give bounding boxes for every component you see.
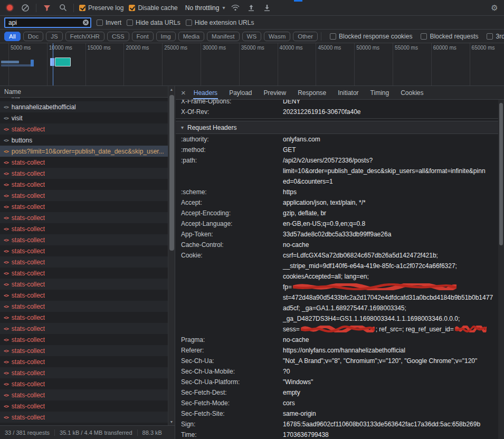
type-filter-media[interactable]: Media — [178, 32, 204, 41]
invert-checkbox[interactable]: Invert — [97, 19, 121, 26]
request-row[interactable]: <>stats-collect — [0, 168, 168, 179]
scroll-down-icon[interactable]: ▼ — [170, 418, 174, 425]
request-row[interactable]: <>stats-collect — [0, 201, 168, 212]
request-row[interactable]: <>stats-collect — [0, 234, 168, 245]
type-filter-all[interactable]: All — [4, 32, 21, 41]
request-name: stats-collect — [12, 314, 45, 321]
disable-cache-checkbox[interactable]: Disable cache — [129, 4, 177, 12]
import-har-button[interactable] — [246, 3, 256, 13]
filter-input[interactable] — [4, 17, 91, 28]
type-filter-other[interactable]: Other — [293, 32, 318, 41]
request-row[interactable]: <>stats-collect — [0, 334, 168, 345]
request-row[interactable]: <>stats-collect — [0, 179, 168, 190]
filter-toggle-button[interactable] — [42, 3, 52, 13]
type-filter-ws[interactable]: WS — [242, 32, 262, 41]
type-filter-fetch-xhr[interactable]: Fetch/XHR — [65, 32, 104, 41]
header-value: https://onlyfans.com/hannahelizabethoffi… — [283, 345, 498, 356]
request-row[interactable]: <>stats-collect — [0, 157, 168, 168]
type-filter-js[interactable]: JS — [46, 32, 62, 41]
settings-button[interactable]: ⚙ — [489, 3, 500, 13]
hide-extension-urls-checkbox[interactable]: Hide extension URLs — [186, 19, 254, 26]
clear-filter-button[interactable] — [82, 19, 89, 26]
header-row: Referer:https://onlyfans.com/hannaheliza… — [176, 345, 498, 356]
tab-headers[interactable]: Headers — [193, 86, 218, 99]
hide-data-urls-checkbox[interactable]: Hide data URLs — [127, 19, 180, 26]
third-party-requests-checkbox[interactable]: 3rd-party requests — [487, 33, 504, 40]
header-value: 16785:5aad9602cf110608b03133de563642fac1… — [283, 419, 498, 430]
scroll-up-icon[interactable]: ▲ — [170, 86, 174, 93]
details-scrollbar[interactable] — [498, 100, 504, 439]
tab-response[interactable]: Response — [297, 86, 327, 99]
tab-timing[interactable]: Timing — [370, 86, 390, 99]
blocked-response-cookies-checkbox[interactable]: Blocked response cookies — [330, 33, 412, 40]
request-row[interactable]: <>stats-collect — [0, 290, 168, 301]
blocked-requests-checkbox[interactable]: Blocked requests — [421, 33, 478, 40]
header-row: Accept-Encoding:gzip, deflate, br — [176, 208, 498, 218]
request-row[interactable]: <>visit — [0, 112, 168, 123]
tab-initiator[interactable]: Initiator — [337, 86, 359, 99]
type-filter-doc[interactable]: Doc — [23, 32, 43, 41]
request-row[interactable]: <>stats-collect — [0, 223, 168, 234]
request-row[interactable]: <>stats-collect — [0, 312, 168, 323]
request-name: stats-collect — [12, 281, 45, 288]
request-row[interactable]: <>stats-collect — [0, 190, 168, 201]
request-row[interactable]: <>stats-collect — [0, 356, 168, 367]
network-conditions-button[interactable] — [230, 3, 241, 13]
request-row[interactable]: <>hannahelizabethofficial — [0, 101, 168, 112]
overview-gridline — [393, 43, 393, 85]
close-details-button[interactable]: × — [181, 89, 186, 97]
type-filter-manifest[interactable]: Manifest — [207, 32, 239, 41]
request-row[interactable]: <>stats-collect — [0, 123, 168, 135]
request-type-icon: <> — [4, 304, 8, 309]
request-row[interactable]: <>stats-collect — [0, 378, 168, 389]
timeline-overview[interactable]: 5000 ms10000 ms15000 ms20000 ms25000 ms3… — [0, 43, 504, 86]
tab-preview[interactable]: Preview — [263, 86, 287, 99]
request-type-icon: <> — [4, 182, 8, 187]
request-row[interactable]: <>buttons — [0, 135, 168, 146]
type-filter-font[interactable]: Font — [132, 32, 154, 41]
tab-cookies[interactable]: Cookies — [400, 86, 424, 99]
scrollbar-thumb[interactable] — [169, 95, 174, 251]
request-row[interactable]: <>stats-collect — [0, 345, 168, 356]
export-har-button[interactable] — [262, 3, 272, 13]
overview-gridline — [162, 43, 163, 85]
triangle-down-icon: ▾ — [181, 125, 184, 130]
name-column-header[interactable]: Name — [4, 88, 21, 96]
search-button[interactable] — [58, 3, 68, 13]
record-button[interactable] — [4, 3, 15, 13]
request-row[interactable]: <>posts?limit=10&order=publish_date_desc… — [0, 146, 168, 157]
header-value: ?0 — [283, 366, 498, 377]
request-headers-section[interactable]: ▾ Request Headers — [176, 121, 498, 134]
clipped-headers: X-Frame-Options:DENYX-Of-Rev:20231226191… — [176, 100, 498, 117]
request-row[interactable]: <>init — [0, 98, 168, 101]
request-row[interactable]: <>stats-collect — [0, 301, 168, 312]
header-value: no-cache — [283, 240, 498, 250]
request-name: stats-collect — [12, 225, 45, 233]
overview-selection-marker[interactable] — [53, 43, 53, 85]
header-row: :authority:onlyfans.com — [176, 134, 498, 145]
header-value-line: limit=10&order=publish_date_desc&skip_us… — [283, 166, 498, 176]
request-list-panel: Name <>init<>hannahelizabethofficial<>vi… — [0, 86, 175, 439]
clear-button[interactable] — [20, 3, 31, 13]
request-list-scrollbar[interactable]: ▲ ▼ — [168, 86, 175, 425]
request-row[interactable]: <>stats-collect — [0, 245, 168, 256]
type-filter-wasm[interactable]: Wasm — [264, 32, 290, 41]
overview-tick-label: 35000 ms — [241, 45, 264, 51]
request-row[interactable]: <>stats-collect — [0, 389, 168, 400]
request-row[interactable]: <>stats-collect — [0, 323, 168, 334]
tab-payload[interactable]: Payload — [229, 86, 252, 99]
preserve-log-checkbox[interactable]: Preserve log — [79, 4, 123, 12]
request-row[interactable]: <>stats-collect — [0, 268, 168, 279]
type-filter-css[interactable]: CSS — [107, 32, 129, 41]
throttling-select[interactable]: No throttling ▾ — [185, 4, 225, 12]
request-row[interactable]: <>stats-collect — [0, 212, 168, 223]
request-row[interactable]: <>stats-collect — [0, 279, 168, 290]
request-row[interactable]: <>stats-collect — [0, 256, 168, 268]
request-row[interactable]: <>stats-collect — [0, 400, 168, 412]
type-filter-img[interactable]: Img — [156, 32, 176, 41]
request-name: stats-collect — [12, 336, 45, 343]
request-row[interactable]: <>stats-collect — [0, 412, 168, 423]
request-row[interactable]: <>stats-collect — [0, 367, 168, 378]
overview-tick-label: 5000 ms — [11, 45, 31, 51]
details-scrollbar-thumb[interactable] — [499, 103, 503, 245]
